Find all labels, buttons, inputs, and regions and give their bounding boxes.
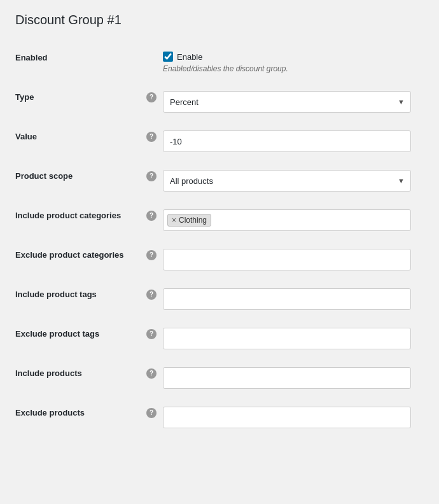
exclude-products-help-cell: ? xyxy=(143,398,160,437)
exclude-tags-tag-input[interactable] xyxy=(163,328,411,349)
enabled-help-cell xyxy=(143,43,160,82)
exclude-categories-label: Exclude product categories xyxy=(15,240,143,279)
clothing-tag: × Clothing xyxy=(167,214,211,227)
clothing-tag-remove-icon[interactable]: × xyxy=(172,216,176,224)
exclude-tags-label: Exclude product tags xyxy=(15,319,143,358)
exclude-categories-help-icon[interactable]: ? xyxy=(146,250,157,260)
clothing-tag-label: Clothing xyxy=(179,216,207,225)
exclude-categories-input-cell xyxy=(160,240,424,279)
include-tags-help-cell: ? xyxy=(143,279,160,319)
exclude-products-tag-input[interactable] xyxy=(163,407,411,428)
value-help-icon[interactable]: ? xyxy=(146,132,157,142)
product-scope-input-cell: All products Selected products Selected … xyxy=(160,161,424,200)
enabled-checkbox[interactable] xyxy=(163,52,173,62)
include-products-row: Include products ? xyxy=(15,358,424,398)
product-scope-help-icon[interactable]: ? xyxy=(146,171,157,181)
include-products-tag-input[interactable] xyxy=(163,367,411,389)
enabled-row: Enabled Enable Enabled/disables the disc… xyxy=(15,43,424,82)
exclude-products-input-cell xyxy=(160,398,424,437)
type-help-cell: ? xyxy=(143,82,160,122)
include-products-label: Include products xyxy=(15,358,143,398)
exclude-categories-row: Exclude product categories ? xyxy=(15,240,424,279)
product-scope-help-cell: ? xyxy=(143,161,160,200)
product-scope-label: Product scope xyxy=(15,161,143,200)
value-help-cell: ? xyxy=(143,122,160,161)
exclude-products-help-icon[interactable]: ? xyxy=(146,408,157,418)
exclude-tags-input-cell xyxy=(160,319,424,358)
product-scope-select-wrapper: All products Selected products Selected … xyxy=(163,170,411,192)
exclude-categories-tag-input[interactable] xyxy=(163,249,411,270)
type-row: Type ? Percent Fixed Fixed product ▼ xyxy=(15,82,424,122)
type-select[interactable]: Percent Fixed Fixed product xyxy=(163,91,411,113)
type-select-wrapper: Percent Fixed Fixed product ▼ xyxy=(163,91,411,113)
include-categories-help-icon[interactable]: ? xyxy=(146,211,157,221)
exclude-tags-help-cell: ? xyxy=(143,319,160,358)
exclude-categories-help-cell: ? xyxy=(143,240,160,279)
type-help-icon[interactable]: ? xyxy=(146,92,157,102)
page-title: Discount Group #1 xyxy=(15,13,424,27)
exclude-tags-help-icon[interactable]: ? xyxy=(146,329,157,339)
enabled-input-cell: Enable Enabled/disables the discount gro… xyxy=(160,43,424,82)
product-scope-select[interactable]: All products Selected products Selected … xyxy=(163,170,411,192)
include-tags-tag-input[interactable] xyxy=(163,288,411,310)
include-products-help-cell: ? xyxy=(143,358,160,398)
exclude-products-label: Exclude products xyxy=(15,398,143,437)
type-input-cell: Percent Fixed Fixed product ▼ xyxy=(160,82,424,122)
exclude-tags-row: Exclude product tags ? xyxy=(15,319,424,358)
enabled-description: Enabled/disables the discount group. xyxy=(163,64,288,73)
value-row: Value ? xyxy=(15,122,424,161)
include-categories-tag-input[interactable]: × Clothing xyxy=(163,209,411,231)
include-categories-input-cell: × Clothing xyxy=(160,200,424,240)
include-tags-input-cell xyxy=(160,279,424,319)
include-tags-label: Include product tags xyxy=(15,279,143,319)
form-table: Enabled Enable Enabled/disables the disc… xyxy=(15,43,424,437)
type-label: Type xyxy=(15,82,143,122)
include-products-input-cell xyxy=(160,358,424,398)
product-scope-row: Product scope ? All products Selected pr… xyxy=(15,161,424,200)
enabled-label: Enabled xyxy=(15,43,143,82)
exclude-products-row: Exclude products ? xyxy=(15,398,424,437)
include-categories-label: Include product categories xyxy=(15,200,143,240)
include-products-help-icon[interactable]: ? xyxy=(146,368,157,379)
value-input[interactable] xyxy=(163,130,411,152)
value-input-cell xyxy=(160,122,424,161)
enabled-checkbox-label: Enable xyxy=(177,52,202,62)
include-categories-help-cell: ? xyxy=(143,200,160,240)
include-categories-row: Include product categories ? × Clothing xyxy=(15,200,424,240)
value-label: Value xyxy=(15,122,143,161)
include-tags-help-icon[interactable]: ? xyxy=(146,290,157,300)
include-tags-row: Include product tags ? xyxy=(15,279,424,319)
